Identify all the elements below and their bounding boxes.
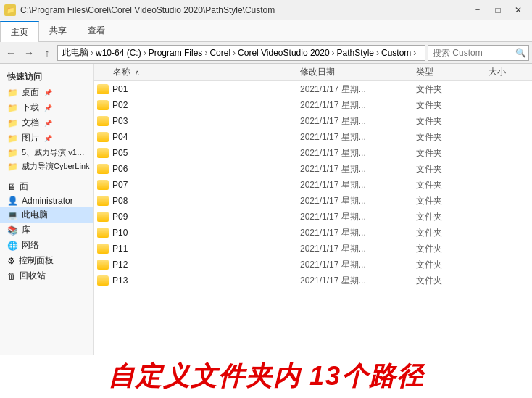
file-name-cell: P06 (97, 164, 300, 174)
file-date: 2021/1/17 星期... (300, 275, 416, 287)
forward-button[interactable]: → (21, 45, 37, 61)
tab-view[interactable]: 查看 (78, 20, 116, 41)
maximize-button[interactable]: □ (489, 3, 507, 17)
table-row[interactable]: P10 2021/1/17 星期... 文件夹 (94, 225, 532, 241)
file-name-text: P11 (112, 244, 128, 254)
file-name-cell: P05 (97, 148, 300, 158)
ribbon: 主页 共享 查看 (0, 20, 532, 42)
column-name[interactable]: 名称 ∧ (97, 66, 300, 78)
folder-icon-cl: 📁 (7, 162, 18, 172)
file-name-cell: P13 (97, 275, 300, 286)
sidebar-item-admin[interactable]: 👤 Administrator (0, 194, 93, 207)
tab-share[interactable]: 共享 (39, 20, 78, 41)
column-date[interactable]: 修改日期 (300, 66, 416, 78)
search-input[interactable] (428, 45, 529, 61)
folder-icon-doc: 📁 (7, 118, 18, 128)
tab-home[interactable]: 主页 (0, 21, 39, 42)
column-size[interactable]: 大小 (489, 66, 529, 78)
table-row[interactable]: P09 2021/1/17 星期... 文件夹 (94, 209, 532, 225)
path-custom[interactable]: Custom (381, 48, 411, 58)
path-thispc[interactable]: 此电脑 (62, 46, 88, 59)
file-name-text: P03 (112, 116, 128, 126)
file-date: 2021/1/17 星期... (300, 99, 416, 112)
item-icon-face: 🖥 (7, 182, 16, 192)
folder-icon (97, 84, 109, 94)
file-date: 2021/1/17 星期... (300, 147, 416, 159)
separator-4: › (233, 48, 236, 58)
file-date: 2021/1/17 星期... (300, 83, 416, 96)
path-corel[interactable]: Corel (209, 48, 230, 58)
path-videostudio[interactable]: Corel VideoStudio 2020 (238, 48, 330, 58)
path-pathstyle[interactable]: PathStyle (337, 48, 374, 58)
window-controls: － □ ✕ (468, 3, 528, 17)
back-button[interactable]: ← (3, 45, 19, 61)
minimize-button[interactable]: － (468, 3, 487, 17)
table-row[interactable]: P01 2021/1/17 星期... 文件夹 (94, 81, 532, 97)
table-row[interactable]: P02 2021/1/17 星期... 文件夹 (94, 97, 532, 113)
sidebar-item-pictures[interactable]: 📁 图片 📌 (0, 130, 93, 146)
file-name-text: P02 (112, 100, 128, 110)
pin-icon-doc: 📌 (44, 120, 52, 127)
table-row[interactable]: P12 2021/1/17 星期... 文件夹 (94, 257, 532, 273)
sort-arrow: ∧ (135, 69, 140, 76)
file-date: 2021/1/17 星期... (300, 243, 416, 255)
sidebar-item-downloads[interactable]: 📁 下载 📌 (0, 100, 93, 115)
table-row[interactable]: P05 2021/1/17 星期... 文件夹 (94, 145, 532, 161)
sidebar-item-network[interactable]: 🌐 网络 (0, 238, 93, 253)
table-row[interactable]: P06 2021/1/17 星期... 文件夹 (94, 161, 532, 177)
address-path[interactable]: 此电脑 › w10-64 (C:) › Program Files › Core… (57, 45, 425, 61)
folder-icon (97, 100, 109, 110)
file-name-cell: P07 (97, 180, 300, 190)
table-row[interactable]: P11 2021/1/17 星期... 文件夹 (94, 241, 532, 257)
quickaccess-title: 快速访问 (0, 68, 93, 85)
folder-icon (97, 148, 109, 158)
table-row[interactable]: P13 2021/1/17 星期... 文件夹 (94, 273, 532, 289)
folder-icon (97, 116, 109, 126)
separator-3: › (204, 48, 207, 58)
close-button[interactable]: ✕ (509, 3, 528, 17)
sidebar-item-face[interactable]: 🖥 面 (0, 179, 93, 194)
file-name-cell: P03 (97, 116, 300, 126)
file-name-text: P01 (112, 84, 128, 94)
sidebar-item-thispc[interactable]: 💻 此电脑 (0, 207, 93, 223)
file-type: 文件夹 (416, 115, 489, 128)
file-name-text: P04 (112, 132, 128, 142)
path-programfiles[interactable]: Program Files (149, 48, 203, 58)
sidebar-item-videostudio[interactable]: 📁 5、威力导演 v18.0... (0, 146, 93, 159)
sidebar-item-library[interactable]: 📚 库 (0, 223, 93, 238)
table-row[interactable]: P03 2021/1/17 星期... 文件夹 (94, 113, 532, 129)
file-name-text: P12 (112, 260, 128, 270)
pin-icon-dl: 📌 (44, 104, 52, 112)
table-row[interactable]: P08 2021/1/17 星期... 文件夹 (94, 193, 532, 209)
file-date: 2021/1/17 星期... (300, 179, 416, 191)
folder-icon-vs: 📁 (7, 148, 18, 158)
file-name-cell: P10 (97, 228, 300, 238)
folder-icon (97, 164, 109, 174)
file-date: 2021/1/17 星期... (300, 131, 416, 144)
separator-6: › (376, 48, 379, 58)
file-date: 2021/1/17 星期... (300, 195, 416, 207)
sidebar-item-documents[interactable]: 📁 文档 📌 (0, 115, 93, 130)
item-icon-thispc: 💻 (7, 210, 18, 220)
sidebar-item-desktop[interactable]: 📁 桌面 📌 (0, 85, 93, 100)
folder-icon (97, 275, 109, 286)
item-icon-lib: 📚 (7, 225, 18, 236)
file-date: 2021/1/17 星期... (300, 163, 416, 175)
item-icon-admin: 👤 (7, 196, 18, 206)
table-row[interactable]: P07 2021/1/17 星期... 文件夹 (94, 177, 532, 193)
folder-icon (97, 244, 109, 254)
folder-icon (97, 260, 109, 270)
sidebar-item-controlpanel[interactable]: ⚙ 控制面板 (0, 253, 93, 268)
file-name-text: P06 (112, 164, 128, 174)
sidebar-item-cyberlink[interactable]: 📁 威力导演CyberLink (0, 159, 93, 173)
up-button[interactable]: ↑ (39, 45, 55, 61)
table-row[interactable]: P04 2021/1/17 星期... 文件夹 (94, 129, 532, 145)
column-type[interactable]: 类型 (416, 66, 489, 78)
file-type: 文件夹 (416, 131, 489, 144)
address-bar: ← → ↑ 此电脑 › w10-64 (C:) › Program Files … (0, 42, 532, 64)
folder-icon (97, 132, 109, 142)
file-name-cell: P08 (97, 196, 300, 206)
sidebar-item-trash[interactable]: 🗑 回收站 (0, 268, 93, 283)
file-date: 2021/1/17 星期... (300, 227, 416, 239)
path-drive[interactable]: w10-64 (C:) (96, 48, 141, 58)
